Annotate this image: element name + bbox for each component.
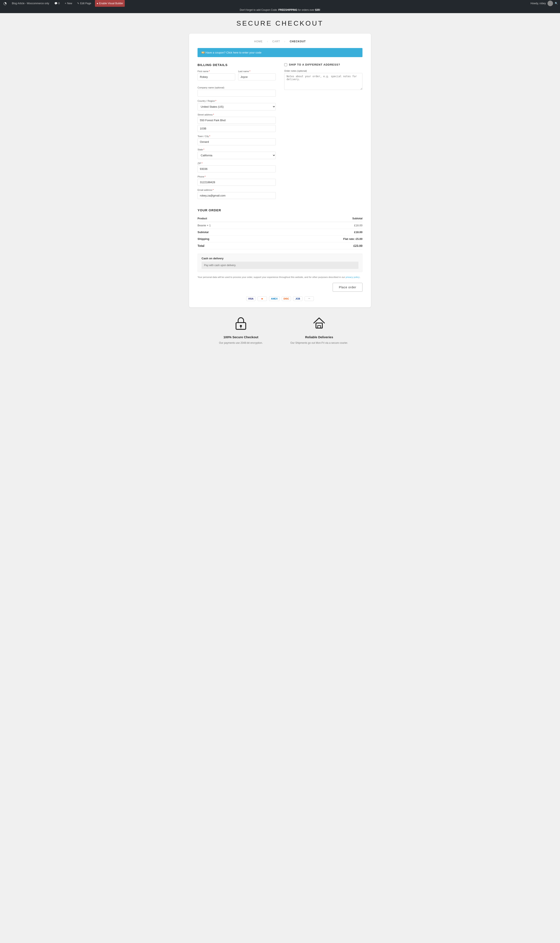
feature-deliveries-title: Reliable Deliveries (305, 335, 333, 339)
payment-description: Pay with cash upon delivery. (202, 262, 358, 269)
place-order-wrap: Place order (197, 283, 363, 292)
feature-secure-checkout: 100% Secure Checkout Our payments use 20… (206, 316, 276, 345)
mastercard-icon: ●● (258, 296, 267, 301)
ship-different-toggle: SHIP TO A DIFFERENT ADDRESS? (284, 63, 363, 66)
shipping-section: SHIP TO A DIFFERENT ADDRESS? Order notes… (284, 63, 363, 202)
ship-different-label: SHIP TO A DIFFERENT ADDRESS? (289, 63, 340, 66)
new-label: New (67, 2, 72, 5)
email-label: Email address* (197, 189, 276, 191)
comments-icon: 💬 (54, 2, 57, 5)
top-notice: Don't forget to add Coupon Code: FREESHI… (0, 7, 560, 13)
coupon-icon: 💴 (202, 51, 205, 54)
breadcrumb-sep1: › (267, 40, 268, 43)
email-input[interactable] (197, 192, 276, 199)
state-label: State* (197, 148, 276, 151)
enable-visual-label: Enable Visual Builder (99, 2, 123, 5)
coupon-text: Have a coupon? Click here to enter your … (206, 51, 262, 54)
product-name: Beanie × 1 (197, 222, 265, 229)
jcb-icon: JCB (293, 296, 302, 301)
last-name-input[interactable] (238, 74, 276, 80)
order-table: Product Subtotal Beanie × 1 £18.00 Subto… (197, 215, 363, 249)
company-label: Company name (optional) (197, 86, 276, 89)
country-select[interactable]: United States (US) (197, 103, 276, 111)
coupon-banner[interactable]: 💴 Have a coupon? Click here to enter you… (197, 48, 363, 57)
amex-icon: AMEX (269, 296, 280, 301)
edit-page-link[interactable]: ✎ Edit Page (76, 0, 92, 7)
breadcrumb-cart[interactable]: CART (272, 40, 280, 43)
last-name-label: Last name* (238, 70, 276, 72)
state-group: State* California (197, 148, 276, 159)
country-label: Country / Region* (197, 100, 276, 102)
subtotal-row: Subtotal £18.00 (197, 229, 363, 235)
edit-page-label: Edit Page (80, 2, 91, 5)
notice-prefix: Don't forget to add Coupon Code: (240, 8, 278, 11)
zip-input[interactable] (197, 165, 276, 172)
notice-code: FREESHIPPING (278, 8, 297, 11)
street-group: Street address* (197, 113, 276, 132)
table-row: Beanie × 1 £18.00 (197, 222, 363, 229)
phone-label: Phone* (197, 175, 276, 178)
circle-icon: ● (97, 2, 98, 5)
zip-group: ZIP* (197, 162, 276, 172)
col-subtotal: Subtotal (265, 215, 363, 222)
street-input-2[interactable] (197, 125, 276, 132)
checkout-columns: BILLING DETAILS First name* Last name* (197, 63, 363, 202)
your-order-title: YOUR ORDER (197, 208, 363, 212)
product-subtotal: £18.00 (265, 222, 363, 229)
shipping-row: Shipping Flat rate: £5.00 (197, 235, 363, 242)
admin-bar: ◔ Blog Article - Woocommerce only 💬 0 + … (0, 0, 560, 7)
street-input-1[interactable] (197, 117, 276, 124)
place-order-button[interactable]: Place order (333, 283, 363, 292)
shipping-label: Shipping (197, 235, 265, 242)
privacy-policy-link[interactable]: privacy policy (346, 276, 360, 278)
new-link[interactable]: + New (63, 0, 73, 7)
feature-deliveries: Reliable Deliveries Our Shipments go out… (284, 316, 354, 345)
feature-deliveries-desc: Our Shipments go out Mon-Fri via a secur… (290, 342, 348, 345)
footer-features: 100% Secure Checkout Our payments use 20… (206, 316, 354, 345)
edit-icon: ✎ (77, 2, 79, 5)
wp-icon: ◔ (3, 1, 7, 6)
plus-icon: + (65, 2, 66, 5)
company-input[interactable] (197, 90, 276, 97)
payment-box: Cash on delivery Pay with cash upon deli… (197, 254, 363, 272)
city-label: Town / City* (197, 135, 276, 137)
enable-visual-builder-button[interactable]: ● Enable Visual Builder (95, 0, 125, 7)
comments-link[interactable]: 💬 0 (53, 0, 61, 7)
city-input[interactable] (197, 138, 276, 145)
order-notes-label: Order notes (optional) (284, 69, 363, 72)
page-title: Secure Checkout (189, 20, 371, 27)
admin-bar-right: Howdy, robey 🔍 (531, 1, 558, 6)
billing-section: BILLING DETAILS First name* Last name* (197, 63, 276, 202)
order-notes-group: Order notes (optional) (284, 69, 363, 91)
order-notes-textarea[interactable] (284, 73, 363, 90)
name-row: First name* Last name* (197, 70, 276, 83)
state-select[interactable]: California (197, 152, 276, 159)
billing-title: BILLING DETAILS (197, 63, 276, 67)
avatar-icon (548, 1, 553, 6)
notice-suffix: for orders over (298, 8, 314, 11)
search-icon[interactable]: 🔍 (555, 2, 558, 5)
site-name[interactable]: Blog Article - Woocommerce only (11, 0, 51, 7)
breadcrumb-home[interactable]: HOME (254, 40, 263, 43)
first-name-group: First name* (197, 70, 235, 80)
breadcrumb-checkout: CHECKOUT (290, 40, 306, 43)
country-group: Country / Region* United States (US) (197, 100, 276, 111)
checkout-card: HOME › CART › CHECKOUT 💴 Have a coupon? … (189, 34, 371, 308)
first-name-input[interactable] (197, 74, 235, 80)
subtotal-value: £18.00 (265, 229, 363, 235)
ship-different-checkbox[interactable] (284, 63, 287, 66)
feature-secure-title: 100% Secure Checkout (223, 335, 258, 339)
your-order-section: YOUR ORDER Product Subtotal Beanie × 1 £… (197, 208, 363, 301)
wp-logo[interactable]: ◔ (2, 0, 8, 7)
other-payment-icon: ··· (305, 296, 314, 301)
email-group: Email address* (197, 189, 276, 199)
company-group: Company name (optional) (197, 86, 276, 97)
greeting-label: Howdy, robey (531, 2, 546, 5)
visa-icon: VISA (246, 296, 255, 301)
zip-label: ZIP* (197, 162, 276, 165)
last-name-group: Last name* (238, 70, 276, 80)
phone-input[interactable] (197, 179, 276, 186)
subtotal-label: Subtotal (197, 229, 265, 235)
comments-count: 0 (58, 2, 60, 5)
lock-icon (234, 316, 248, 333)
